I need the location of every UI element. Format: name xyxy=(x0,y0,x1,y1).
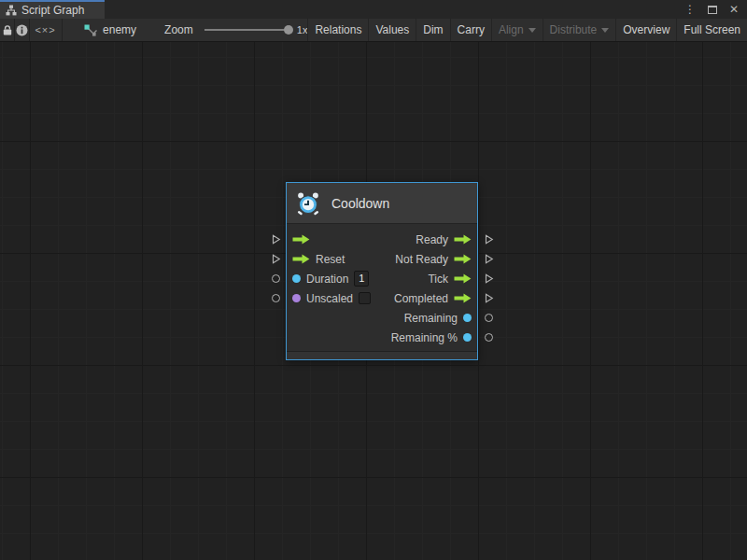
node-port-row: Remaining % xyxy=(287,328,477,347)
menu-icon[interactable]: ⋮ xyxy=(684,4,696,15)
flow-port-arrow-icon[interactable] xyxy=(454,254,472,264)
port-label: Duration xyxy=(306,273,348,286)
duration-value-field[interactable]: 1 xyxy=(354,271,369,287)
cooldown-node[interactable]: Cooldown ReadyResetNot ReadyDuration1Tic… xyxy=(286,182,478,360)
toolbar-separator xyxy=(62,19,63,41)
external-port-slot xyxy=(269,230,282,249)
maximize-icon[interactable] xyxy=(708,6,717,14)
value-port-dot-icon[interactable] xyxy=(292,294,301,302)
graph-name-label: enemy xyxy=(103,23,136,36)
toolbar-button-relations[interactable]: Relations xyxy=(307,19,368,41)
flow-port-arrow-icon[interactable] xyxy=(454,234,472,245)
info-button[interactable] xyxy=(15,19,29,41)
lock-button[interactable] xyxy=(0,19,14,41)
script-graph-window: Script Graph ⋮ ✕ xyxy=(0,0,747,560)
unscaled-checkbox[interactable] xyxy=(359,292,371,304)
external-flow-port-icon[interactable] xyxy=(271,234,281,245)
chevron-down-icon xyxy=(601,28,609,33)
node-port-row: UnscaledCompleted xyxy=(287,288,477,308)
node-header[interactable]: Cooldown xyxy=(287,183,477,224)
toolbar-button-carry[interactable]: Carry xyxy=(450,19,491,41)
node-footer xyxy=(287,351,477,359)
node-port-row: ResetNot Ready xyxy=(287,249,477,269)
toolbar-button-group: RelationsValuesDimCarryAlignDistributeOv… xyxy=(307,19,747,41)
value-port-dot-icon[interactable] xyxy=(292,274,301,283)
zoom-control: Zoom 1x xyxy=(164,23,307,36)
port-label: Not Ready xyxy=(395,253,448,266)
toolbar-button-label: Dim xyxy=(423,23,443,36)
external-port-slot xyxy=(269,288,282,308)
node-port-row: Ready xyxy=(287,230,477,249)
value-port-dot-icon[interactable] xyxy=(463,314,472,322)
hierarchy-icon xyxy=(6,5,17,16)
external-flow-port-icon[interactable] xyxy=(271,254,281,264)
port-label: Remaining % xyxy=(391,331,458,344)
toolbar-button-label: Carry xyxy=(458,23,485,36)
port-group-outputs: Ready xyxy=(416,233,472,246)
external-port-slot xyxy=(482,230,495,249)
toolbar-button-label: Relations xyxy=(315,23,361,36)
external-flow-port-icon[interactable] xyxy=(484,254,494,264)
port-group-inputs: Reset xyxy=(292,253,345,266)
tab-title: Script Graph xyxy=(21,4,84,17)
toolbar-button-label: Distribute xyxy=(550,23,598,36)
code-icon: <×> xyxy=(35,24,55,35)
external-port-slot xyxy=(482,249,495,269)
port-label: Completed xyxy=(394,292,448,305)
toolbar-button-overview[interactable]: Overview xyxy=(615,19,676,41)
port-label: Remaining xyxy=(404,312,458,325)
value-port-dot-icon[interactable] xyxy=(463,333,472,342)
external-port-slot xyxy=(269,308,282,328)
node-ports: ReadyResetNot ReadyDuration1TickUnscaled… xyxy=(287,224,477,351)
flow-port-arrow-icon[interactable] xyxy=(292,234,310,245)
toolbar-button-full-screen[interactable]: Full Screen xyxy=(676,19,747,41)
toolbar-button-values[interactable]: Values xyxy=(368,19,416,41)
external-port-slot xyxy=(482,288,495,308)
toolbar-button-label: Overview xyxy=(623,23,669,36)
flow-port-arrow-icon[interactable] xyxy=(454,293,472,303)
zoom-label: Zoom xyxy=(164,23,193,36)
tab-bar: Script Graph ⋮ ✕ xyxy=(0,0,747,19)
external-ports-right xyxy=(482,230,495,347)
external-value-port-icon[interactable] xyxy=(272,294,280,302)
flow-port-arrow-icon[interactable] xyxy=(454,273,472,284)
port-group-inputs xyxy=(292,234,310,245)
tab-script-graph[interactable]: Script Graph xyxy=(0,0,105,19)
external-value-port-icon[interactable] xyxy=(272,274,280,283)
code-preview-button[interactable]: <×> xyxy=(30,19,62,41)
external-port-slot xyxy=(482,269,495,288)
external-port-slot xyxy=(269,328,282,347)
port-label: Reset xyxy=(316,253,345,266)
close-icon[interactable]: ✕ xyxy=(729,4,739,15)
external-port-slot xyxy=(269,249,282,269)
port-group-outputs: Remaining xyxy=(404,312,472,325)
external-value-port-icon[interactable] xyxy=(485,314,493,322)
port-label: Tick xyxy=(428,273,448,286)
port-group-inputs: Unscaled xyxy=(292,292,371,305)
zoom-slider-handle[interactable] xyxy=(284,25,293,35)
flow-port-arrow-icon[interactable] xyxy=(292,254,310,264)
window-controls: ⋮ ✕ xyxy=(684,0,747,19)
zoom-value: 1x xyxy=(297,24,308,35)
port-label: Ready xyxy=(416,233,448,246)
toolbar-button-distribute: Distribute xyxy=(543,19,616,41)
port-group-outputs: Remaining % xyxy=(391,331,472,344)
node-title: Cooldown xyxy=(331,196,389,211)
alarm-clock-icon xyxy=(295,190,321,217)
external-port-slot xyxy=(269,269,282,288)
toolbar-button-label: Full Screen xyxy=(684,23,740,36)
external-flow-port-icon[interactable] xyxy=(484,293,494,303)
breadcrumb[interactable]: enemy xyxy=(84,23,136,36)
external-ports-left xyxy=(269,230,282,347)
external-value-port-icon[interactable] xyxy=(485,333,493,342)
toolbar-button-dim[interactable]: Dim xyxy=(416,19,449,41)
external-flow-port-icon[interactable] xyxy=(484,273,494,284)
zoom-slider-track[interactable] xyxy=(204,29,289,31)
external-flow-port-icon[interactable] xyxy=(484,234,494,245)
port-group-outputs: Tick xyxy=(428,273,472,286)
external-port-slot xyxy=(482,328,495,347)
toolbar-button-align: Align xyxy=(491,19,543,41)
node-port-row: Duration1Tick xyxy=(287,269,477,288)
node-port-row: Remaining xyxy=(287,308,477,328)
graph-asset-icon xyxy=(84,24,98,36)
